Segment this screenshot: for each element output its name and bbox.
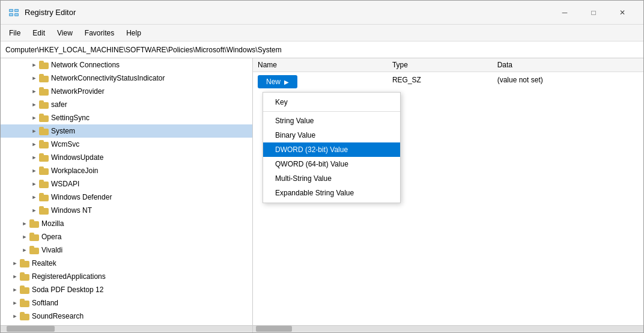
expand-icon[interactable]: ► <box>10 298 20 308</box>
bottom-scrollbars <box>1 325 643 332</box>
svg-rect-7 <box>15 14 18 16</box>
tree-item[interactable]: ► Windows Defender <box>1 191 252 204</box>
expand-icon[interactable]: ► <box>29 113 39 123</box>
folder-icon <box>39 114 49 122</box>
new-button-label: New <box>266 78 281 86</box>
expand-icon[interactable]: ► <box>29 153 39 162</box>
folder-icon <box>39 127 49 135</box>
registry-table: Name Type Data ab <box>253 58 643 87</box>
tree-item[interactable]: ► Softland <box>1 296 252 310</box>
menu-item-help[interactable]: Help <box>120 26 147 40</box>
tree-item-label: WcmSvc <box>51 140 79 148</box>
tree-item[interactable]: ► SoundResearch <box>1 310 252 323</box>
address-path: Computer\HKEY_LOCAL_MACHINE\SOFTWARE\Pol… <box>5 46 282 54</box>
tree-item-label: Soda PDF Desktop 12 <box>32 286 103 294</box>
tree-item-label: Softland <box>32 299 58 307</box>
expand-icon[interactable]: ► <box>29 60 39 70</box>
dropdown-item-expandable[interactable]: Expandable String Value <box>263 186 400 200</box>
tree-item[interactable]: ► SettingSync <box>1 111 252 124</box>
tree-item[interactable]: ► WcmSvc <box>1 138 252 151</box>
tree-item[interactable]: ► System <box>1 124 252 138</box>
folder-icon <box>20 312 29 320</box>
dropdown-item-key[interactable]: Key <box>263 95 400 109</box>
expand-icon[interactable]: ► <box>29 192 39 202</box>
tree-item[interactable]: ► safer <box>1 98 252 111</box>
expand-icon[interactable]: ► <box>29 126 39 136</box>
dropdown-item-binary[interactable]: Binary Value <box>263 128 400 142</box>
new-button-arrow: ▶ <box>284 79 289 85</box>
dropdown-item-dword[interactable]: DWORD (32-bit) Value <box>263 142 400 157</box>
tree-panel[interactable]: ► Network Connections ► NetworkConnectiv… <box>1 58 253 325</box>
expand-icon[interactable]: ► <box>29 166 39 176</box>
new-button[interactable]: New ▶ <box>258 75 297 88</box>
tree-item[interactable]: ► Vivaldi <box>1 243 252 257</box>
tree-item[interactable]: ► RegisteredApplications <box>1 270 252 283</box>
expand-icon[interactable]: ► <box>20 232 29 242</box>
expand-icon[interactable]: ► <box>10 285 20 295</box>
tree-scrollbar[interactable] <box>1 326 253 332</box>
folder-icon <box>39 140 49 148</box>
folder-icon <box>39 61 49 69</box>
minimize-button[interactable]: ─ <box>551 3 579 22</box>
menu-item-edit[interactable]: Edit <box>26 26 51 40</box>
expand-icon[interactable]: ► <box>29 179 39 189</box>
tree-item[interactable]: ► Realtek <box>1 257 252 270</box>
main-content: ► Network Connections ► NetworkConnectiv… <box>1 58 643 325</box>
maximize-button[interactable]: □ <box>580 3 607 22</box>
expand-icon[interactable]: ► <box>29 206 39 215</box>
dropdown-item-qword[interactable]: QWORD (64-bit) Value <box>263 157 400 171</box>
svg-rect-6 <box>10 14 13 16</box>
expand-icon[interactable]: ► <box>29 139 39 149</box>
menu-item-view[interactable]: View <box>51 26 79 40</box>
svg-rect-4 <box>10 10 13 11</box>
tree-item-label: safer <box>51 100 67 109</box>
tree-item-label: Opera <box>41 233 61 241</box>
folder-icon <box>39 74 49 82</box>
expand-icon[interactable]: ► <box>20 219 29 228</box>
col-data: Data <box>493 58 643 72</box>
close-button[interactable]: ✕ <box>609 3 636 22</box>
tree-item[interactable]: ► WorkplaceJoin <box>1 164 252 177</box>
menu-item-favorites[interactable]: Favorites <box>79 26 120 40</box>
dropdown-item-multistring[interactable]: Multi-String Value <box>263 171 400 186</box>
registry-scrollbar[interactable] <box>253 326 643 332</box>
dropdown-item-string[interactable]: String Value <box>263 114 400 128</box>
folder-icon <box>20 286 29 294</box>
tree-item[interactable]: ► Network Connections <box>1 58 252 72</box>
svg-rect-5 <box>15 10 18 11</box>
new-button-container: New ▶ Key String Value Binary Value DWOR… <box>258 75 297 88</box>
dropdown-divider <box>263 111 400 112</box>
tree-item[interactable]: ► WSDAPI <box>1 177 252 191</box>
tree-item-label: NetworkConnectivityStatusIndicator <box>51 74 165 82</box>
tree-item-label: Network Connections <box>51 61 120 69</box>
registry-editor-window: Registry Editor ─ □ ✕ FileEditViewFavori… <box>0 0 644 333</box>
folder-icon <box>29 219 39 228</box>
menu-item-file[interactable]: File <box>3 26 26 40</box>
table-row[interactable]: ab (Default) REG_SZ (value not set) <box>253 72 643 88</box>
menu-bar: FileEditViewFavoritesHelp <box>1 25 643 41</box>
tree-item[interactable]: ► Opera <box>1 230 252 243</box>
expand-icon[interactable]: ► <box>29 100 39 109</box>
tree-item[interactable]: ► NetworkProvider <box>1 85 252 98</box>
expand-icon[interactable]: ► <box>20 245 29 255</box>
expand-icon[interactable]: ► <box>29 73 39 83</box>
tree-item-label: Realtek <box>32 259 56 267</box>
folder-icon <box>39 166 49 175</box>
tree-item[interactable]: ► Soda PDF Desktop 12 <box>1 283 252 296</box>
tree-item[interactable]: ► Mozilla <box>1 217 252 230</box>
tree-item[interactable]: ► WindowsUpdate <box>1 151 252 164</box>
tree-item[interactable]: ► Windows NT <box>1 204 252 217</box>
expand-icon[interactable]: ► <box>29 87 39 96</box>
expand-icon[interactable]: ► <box>10 272 20 281</box>
expand-icon[interactable]: ► <box>10 258 20 268</box>
expand-icon[interactable]: ► <box>10 311 20 321</box>
folder-icon <box>20 272 29 281</box>
tree-item-label: Mozilla <box>41 219 64 228</box>
tree-item-label: WorkplaceJoin <box>51 166 98 175</box>
folder-icon <box>39 180 49 188</box>
folder-icon <box>39 206 49 215</box>
tree-item-label: SoundResearch <box>32 312 84 320</box>
col-name: Name <box>253 58 387 72</box>
tree-item[interactable]: ► NetworkConnectivityStatusIndicator <box>1 72 252 85</box>
col-type: Type <box>387 58 493 72</box>
